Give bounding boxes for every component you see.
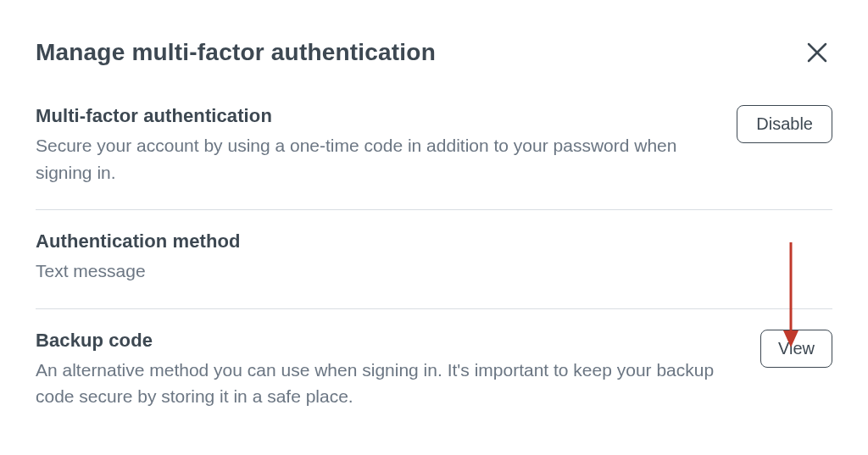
mfa-section-description: Secure your account by using a one-time …	[36, 132, 713, 186]
mfa-settings-modal: Manage multi-factor authentication Multi…	[0, 0, 868, 455]
modal-title: Manage multi-factor authentication	[36, 39, 436, 66]
annotation-arrow-icon	[778, 241, 804, 351]
mfa-section: Multi-factor authentication Secure your …	[36, 105, 832, 210]
backup-code-description: An alternative method you can use when s…	[36, 357, 737, 410]
disable-button[interactable]: Disable	[737, 105, 832, 143]
backup-code-title: Backup code	[36, 330, 737, 352]
mfa-text: Multi-factor authentication Secure your …	[36, 105, 737, 186]
mfa-section-title: Multi-factor authentication	[36, 105, 713, 127]
auth-method-section: Authentication method Text message	[36, 210, 832, 309]
auth-method-title: Authentication method	[36, 230, 809, 252]
svg-marker-3	[783, 330, 798, 347]
close-icon	[805, 41, 829, 64]
close-button[interactable]	[802, 37, 832, 68]
modal-header: Manage multi-factor authentication	[36, 37, 832, 68]
backup-code-text: Backup code An alternative method you ca…	[36, 330, 760, 410]
auth-method-text: Authentication method Text message	[36, 230, 832, 285]
auth-method-value: Text message	[36, 258, 809, 285]
backup-code-section: Backup code An alternative method you ca…	[36, 309, 832, 434]
